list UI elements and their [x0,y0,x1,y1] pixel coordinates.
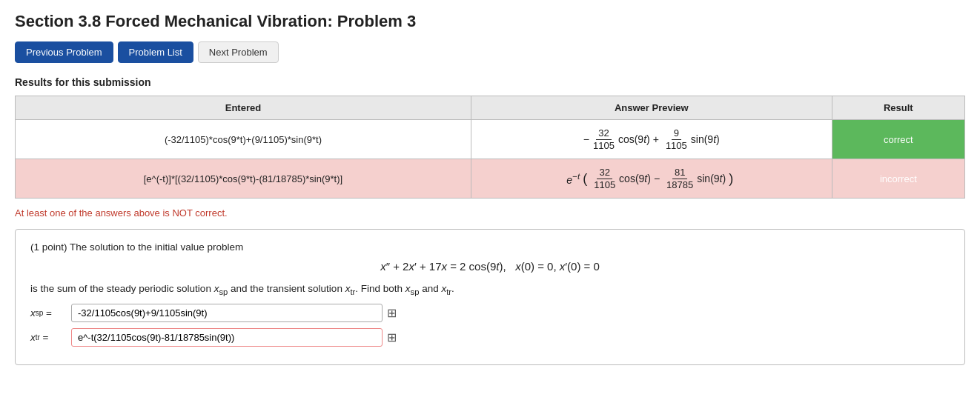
preview-value-2: e−t ( 32 1105 cos(9t) − 81 18785 sin(9t)… [471,159,832,199]
col-result: Result [832,96,964,120]
alert-message: At least one of the answers above is NOT… [15,207,965,219]
problem-box: (1 point) The solution to the initial va… [15,229,965,365]
xtr-input[interactable] [71,328,383,347]
prev-problem-button[interactable]: Previous Problem [15,41,113,63]
results-heading: Results for this submission [15,76,965,88]
table-row: [e^(-t)]*[(32/1105)*cos(9*t)-(81/18785)*… [16,159,965,199]
page-title: Section 3.8 Forced Mechanical Vibration:… [15,12,965,31]
entered-value-2: [e^(-t)]*[(32/1105)*cos(9*t)-(81/18785)*… [16,159,471,199]
xsp-row: xsp = ⊞ [30,304,950,322]
preview-value-1: − 32 1105 cos(9t) + 9 1105 sin(9t) [471,120,832,159]
xtr-row: xtr = ⊞ [30,328,950,347]
xsp-grid-icon[interactable]: ⊞ [387,306,397,320]
table-row: (-32/1105)*cos(9*t)+(9/1105)*sin(9*t) − … [16,120,965,159]
col-entered: Entered [16,96,471,120]
problem-equation: x″ + 2x′ + 17x = 2 cos(9t), x(0) = 0, x′… [30,260,950,273]
nav-buttons: Previous Problem Problem List Next Probl… [15,41,965,63]
problem-description: is the sum of the steady periodic soluti… [30,283,950,296]
xsp-input[interactable] [71,304,383,322]
entered-value-1: (-32/1105)*cos(9*t)+(9/1105)*sin(9*t) [16,120,471,159]
result-badge-1: correct [832,120,964,159]
xtr-grid-icon[interactable]: ⊞ [387,330,397,344]
problem-list-button[interactable]: Problem List [118,41,193,63]
problem-intro: (1 point) The solution to the initial va… [30,241,950,253]
col-preview: Answer Preview [471,96,832,120]
result-badge-2: incorrect [832,159,964,199]
results-table: Entered Answer Preview Result (-32/1105)… [15,96,965,199]
next-problem-button[interactable]: Next Problem [198,41,279,63]
